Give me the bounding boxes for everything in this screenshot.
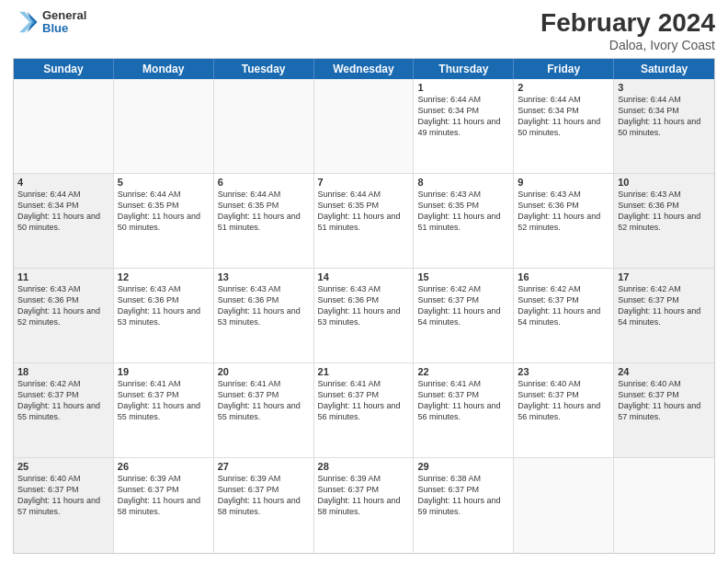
day-info: Sunrise: 6:39 AM Sunset: 6:37 PM Dayligh…	[118, 473, 210, 518]
calendar-cell: 26Sunrise: 6:39 AM Sunset: 6:37 PM Dayli…	[114, 458, 214, 553]
calendar-cell: 12Sunrise: 6:43 AM Sunset: 6:36 PM Dayli…	[114, 269, 214, 362]
weekday-header: Thursday	[414, 59, 514, 79]
calendar-body: 1Sunrise: 6:44 AM Sunset: 6:34 PM Daylig…	[14, 79, 714, 553]
calendar-cell: 17Sunrise: 6:42 AM Sunset: 6:37 PM Dayli…	[614, 269, 714, 362]
day-info: Sunrise: 6:43 AM Sunset: 6:36 PM Dayligh…	[318, 283, 410, 328]
title-block: February 2024 Daloa, Ivory Coast	[540, 9, 715, 52]
day-number: 9	[518, 177, 609, 188]
day-number: 10	[618, 177, 711, 188]
calendar-header: SundayMondayTuesdayWednesdayThursdayFrid…	[14, 59, 714, 79]
calendar-cell: 13Sunrise: 6:43 AM Sunset: 6:36 PM Dayli…	[214, 269, 314, 362]
calendar-cell: 21Sunrise: 6:41 AM Sunset: 6:37 PM Dayli…	[314, 363, 415, 457]
calendar-cell: 11Sunrise: 6:43 AM Sunset: 6:36 PM Dayli…	[14, 269, 114, 362]
calendar-cell: 7Sunrise: 6:44 AM Sunset: 6:35 PM Daylig…	[314, 174, 415, 268]
day-info: Sunrise: 6:44 AM Sunset: 6:35 PM Dayligh…	[118, 189, 210, 234]
day-info: Sunrise: 6:44 AM Sunset: 6:34 PM Dayligh…	[17, 189, 109, 234]
day-info: Sunrise: 6:41 AM Sunset: 6:37 PM Dayligh…	[218, 378, 310, 423]
day-info: Sunrise: 6:40 AM Sunset: 6:37 PM Dayligh…	[17, 473, 109, 518]
calendar-cell: 27Sunrise: 6:39 AM Sunset: 6:37 PM Dayli…	[214, 458, 314, 553]
day-number: 13	[218, 271, 310, 282]
calendar-cell: 9Sunrise: 6:43 AM Sunset: 6:36 PM Daylig…	[514, 174, 614, 268]
day-number: 1	[417, 82, 509, 93]
day-number: 22	[417, 366, 509, 377]
calendar-cell: 4Sunrise: 6:44 AM Sunset: 6:34 PM Daylig…	[14, 174, 114, 268]
day-number: 20	[218, 366, 310, 377]
day-info: Sunrise: 6:39 AM Sunset: 6:37 PM Dayligh…	[218, 473, 310, 518]
day-info: Sunrise: 6:44 AM Sunset: 6:35 PM Dayligh…	[318, 189, 410, 234]
day-info: Sunrise: 6:42 AM Sunset: 6:37 PM Dayligh…	[17, 378, 109, 423]
day-number: 28	[318, 461, 410, 472]
day-number: 11	[17, 271, 109, 282]
logo: General Blue	[13, 9, 86, 36]
calendar-subtitle: Daloa, Ivory Coast	[540, 38, 715, 52]
weekday-header: Sunday	[14, 59, 114, 79]
day-info: Sunrise: 6:43 AM Sunset: 6:36 PM Dayligh…	[17, 283, 109, 328]
calendar: SundayMondayTuesdayWednesdayThursdayFrid…	[13, 58, 715, 554]
day-info: Sunrise: 6:44 AM Sunset: 6:34 PM Dayligh…	[417, 94, 509, 139]
calendar-cell: 8Sunrise: 6:43 AM Sunset: 6:35 PM Daylig…	[414, 174, 514, 268]
calendar-cell	[114, 79, 214, 173]
day-info: Sunrise: 6:43 AM Sunset: 6:36 PM Dayligh…	[118, 283, 210, 328]
day-number: 19	[118, 366, 210, 377]
day-number: 4	[17, 177, 109, 188]
calendar-cell: 1Sunrise: 6:44 AM Sunset: 6:34 PM Daylig…	[414, 79, 514, 173]
day-number: 29	[417, 461, 509, 472]
day-number: 23	[518, 366, 609, 377]
calendar-cell: 3Sunrise: 6:44 AM Sunset: 6:34 PM Daylig…	[614, 79, 714, 173]
day-info: Sunrise: 6:40 AM Sunset: 6:37 PM Dayligh…	[518, 378, 609, 423]
calendar-cell: 23Sunrise: 6:40 AM Sunset: 6:37 PM Dayli…	[514, 363, 614, 457]
calendar-cell: 22Sunrise: 6:41 AM Sunset: 6:37 PM Dayli…	[414, 363, 514, 457]
day-info: Sunrise: 6:38 AM Sunset: 6:37 PM Dayligh…	[417, 473, 509, 518]
weekday-header: Wednesday	[314, 59, 415, 79]
calendar-cell	[614, 458, 714, 553]
day-info: Sunrise: 6:42 AM Sunset: 6:37 PM Dayligh…	[417, 283, 509, 328]
day-info: Sunrise: 6:42 AM Sunset: 6:37 PM Dayligh…	[618, 283, 711, 328]
calendar-cell: 2Sunrise: 6:44 AM Sunset: 6:34 PM Daylig…	[514, 79, 614, 173]
day-info: Sunrise: 6:41 AM Sunset: 6:37 PM Dayligh…	[118, 378, 210, 423]
day-number: 16	[518, 271, 609, 282]
day-info: Sunrise: 6:41 AM Sunset: 6:37 PM Dayligh…	[417, 378, 509, 423]
calendar-row: 4Sunrise: 6:44 AM Sunset: 6:34 PM Daylig…	[14, 174, 714, 269]
logo-blue: Blue	[42, 22, 86, 35]
day-number: 12	[118, 271, 210, 282]
calendar-cell: 29Sunrise: 6:38 AM Sunset: 6:37 PM Dayli…	[414, 458, 514, 553]
calendar-cell: 25Sunrise: 6:40 AM Sunset: 6:37 PM Dayli…	[14, 458, 114, 553]
day-number: 25	[17, 461, 109, 472]
header: General Blue February 2024 Daloa, Ivory …	[13, 9, 715, 52]
day-info: Sunrise: 6:42 AM Sunset: 6:37 PM Dayligh…	[518, 283, 609, 328]
svg-marker-1	[19, 12, 35, 32]
day-number: 2	[518, 82, 609, 93]
calendar-title: February 2024	[540, 9, 715, 38]
day-info: Sunrise: 6:43 AM Sunset: 6:36 PM Dayligh…	[518, 189, 609, 234]
calendar-cell: 6Sunrise: 6:44 AM Sunset: 6:35 PM Daylig…	[214, 174, 314, 268]
logo-text: General Blue	[42, 9, 86, 36]
day-info: Sunrise: 6:40 AM Sunset: 6:37 PM Dayligh…	[618, 378, 711, 423]
day-info: Sunrise: 6:43 AM Sunset: 6:35 PM Dayligh…	[417, 189, 509, 234]
calendar-cell: 14Sunrise: 6:43 AM Sunset: 6:36 PM Dayli…	[314, 269, 415, 362]
calendar-cell: 16Sunrise: 6:42 AM Sunset: 6:37 PM Dayli…	[514, 269, 614, 362]
calendar-row: 1Sunrise: 6:44 AM Sunset: 6:34 PM Daylig…	[14, 79, 714, 174]
day-info: Sunrise: 6:39 AM Sunset: 6:37 PM Dayligh…	[318, 473, 410, 518]
weekday-header: Tuesday	[214, 59, 314, 79]
day-info: Sunrise: 6:44 AM Sunset: 6:34 PM Dayligh…	[618, 94, 711, 139]
day-number: 14	[318, 271, 410, 282]
calendar-cell	[214, 79, 314, 173]
logo-general: General	[42, 9, 86, 22]
page: General Blue February 2024 Daloa, Ivory …	[0, 0, 728, 563]
day-info: Sunrise: 6:43 AM Sunset: 6:36 PM Dayligh…	[218, 283, 310, 328]
calendar-cell: 28Sunrise: 6:39 AM Sunset: 6:37 PM Dayli…	[314, 458, 415, 553]
calendar-row: 25Sunrise: 6:40 AM Sunset: 6:37 PM Dayli…	[14, 458, 714, 553]
day-number: 3	[618, 82, 711, 93]
day-number: 24	[618, 366, 711, 377]
calendar-row: 11Sunrise: 6:43 AM Sunset: 6:36 PM Dayli…	[14, 269, 714, 363]
day-number: 8	[417, 177, 509, 188]
day-number: 26	[118, 461, 210, 472]
calendar-cell: 15Sunrise: 6:42 AM Sunset: 6:37 PM Dayli…	[414, 269, 514, 362]
weekday-header: Monday	[114, 59, 214, 79]
weekday-header: Friday	[514, 59, 614, 79]
calendar-cell	[314, 79, 415, 173]
calendar-cell	[514, 458, 614, 553]
day-number: 17	[618, 271, 711, 282]
day-info: Sunrise: 6:41 AM Sunset: 6:37 PM Dayligh…	[318, 378, 410, 423]
calendar-cell: 20Sunrise: 6:41 AM Sunset: 6:37 PM Dayli…	[214, 363, 314, 457]
